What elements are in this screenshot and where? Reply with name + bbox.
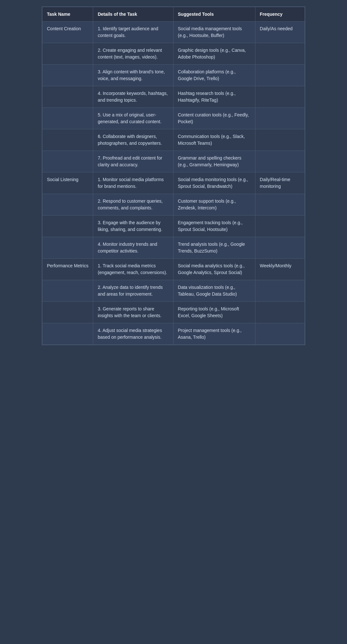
cell-tools: Social media management tools (e.g., Hoo… [173,22,255,43]
table-row: Content Creation1. Identify target audie… [42,22,305,43]
table-row: 7. Proofread and edit content for clarit… [42,151,305,172]
cell-detail: 2. Respond to customer queries, comments… [93,194,173,216]
cell-tools: Project management tools (e.g., Asana, T… [173,323,255,345]
cell-tools: Graphic design tools (e.g., Canva, Adobe… [173,43,255,65]
table-row: 2. Analyze data to identify trends and a… [42,280,305,302]
cell-tools: Grammar and spelling checkers (e.g., Gra… [173,151,255,172]
table-row: 3. Align content with brand's tone, voic… [42,65,305,86]
cell-tools: Trend analysis tools (e.g., Google Trend… [173,237,255,259]
cell-tools: Content curation tools (e.g., Feedly, Po… [173,108,255,129]
cell-task-name [42,237,93,259]
cell-frequency: Weekly/Monthly [255,259,305,280]
cell-task-name [42,280,93,302]
table-row: Social Listening1. Monitor social media … [42,172,305,194]
cell-tools: Reporting tools (e.g., Microsoft Excel, … [173,302,255,323]
col-header-task-name: Task Name [42,7,93,22]
cell-tools: Hashtag research tools (e.g., Hashtagify… [173,86,255,108]
cell-task-name [42,302,93,323]
cell-detail: 2. Analyze data to identify trends and a… [93,280,173,302]
cell-task-name [42,323,93,345]
cell-frequency [255,108,305,129]
table-row: 4. Incorporate keywords, hashtags, and t… [42,86,305,108]
cell-task-name: Performance Metrics [42,259,93,280]
col-header-tools: Suggested Tools [173,7,255,22]
cell-detail: 3. Align content with brand's tone, voic… [93,65,173,86]
cell-task-name [42,194,93,216]
cell-detail: 4. Monitor industry trends and competito… [93,237,173,259]
cell-task-name [42,65,93,86]
cell-detail: 1. Identify target audience and content … [93,22,173,43]
col-header-details: Details of the Task [93,7,173,22]
table-header-row: Task Name Details of the Task Suggested … [42,7,305,22]
cell-detail: 3. Engage with the audience by liking, s… [93,216,173,237]
cell-detail: 5. Use a mix of original, user-generated… [93,108,173,129]
cell-frequency [255,43,305,65]
cell-detail: 7. Proofread and edit content for clarit… [93,151,173,172]
table-row: 4. Monitor industry trends and competito… [42,237,305,259]
cell-tools: Collaboration platforms (e.g., Google Dr… [173,65,255,86]
cell-task-name: Social Listening [42,172,93,194]
cell-task-name [42,216,93,237]
cell-frequency [255,129,305,151]
cell-tools: Customer support tools (e.g., Zendesk, I… [173,194,255,216]
table-row: 6. Collaborate with designers, photograp… [42,129,305,151]
cell-frequency [255,323,305,345]
cell-task-name [42,108,93,129]
table-row: 3. Generate reports to share insights wi… [42,302,305,323]
cell-task-name [42,151,93,172]
cell-detail: 2. Create engaging and relevant content … [93,43,173,65]
cell-frequency [255,65,305,86]
cell-frequency [255,151,305,172]
cell-task-name [42,86,93,108]
cell-detail: 3. Generate reports to share insights wi… [93,302,173,323]
cell-detail: 4. Incorporate keywords, hashtags, and t… [93,86,173,108]
cell-detail: 1. Monitor social media platforms for br… [93,172,173,194]
cell-frequency [255,86,305,108]
cell-frequency [255,237,305,259]
analytics-table: Task Name Details of the Task Suggested … [42,7,305,345]
cell-frequency [255,302,305,323]
cell-frequency: Daily/Real-time monitoring [255,172,305,194]
cell-detail: 4. Adjust social media strategies based … [93,323,173,345]
col-header-frequency: Frequency [255,7,305,22]
cell-frequency [255,280,305,302]
cell-tools: Social media analytics tools (e.g., Goog… [173,259,255,280]
cell-task-name [42,129,93,151]
table-row: 3. Engage with the audience by liking, s… [42,216,305,237]
cell-tools: Engagement tracking tools (e.g., Sprout … [173,216,255,237]
cell-task-name: Content Creation [42,22,93,43]
cell-detail: 1. Track social media metrics (engagemen… [93,259,173,280]
cell-tools: Communication tools (e.g., Slack, Micros… [173,129,255,151]
cell-tools: Social media monitoring tools (e.g., Spr… [173,172,255,194]
main-table-wrapper: Task Name Details of the Task Suggested … [42,6,305,345]
cell-frequency [255,216,305,237]
table-row: 5. Use a mix of original, user-generated… [42,108,305,129]
table-row: 2. Create engaging and relevant content … [42,43,305,65]
cell-frequency [255,194,305,216]
table-row: Performance Metrics1. Track social media… [42,259,305,280]
table-row: 4. Adjust social media strategies based … [42,323,305,345]
cell-detail: 6. Collaborate with designers, photograp… [93,129,173,151]
cell-tools: Data visualization tools (e.g., Tableau,… [173,280,255,302]
table-row: 2. Respond to customer queries, comments… [42,194,305,216]
cell-task-name [42,43,93,65]
cell-frequency: Daily/As needed [255,22,305,43]
